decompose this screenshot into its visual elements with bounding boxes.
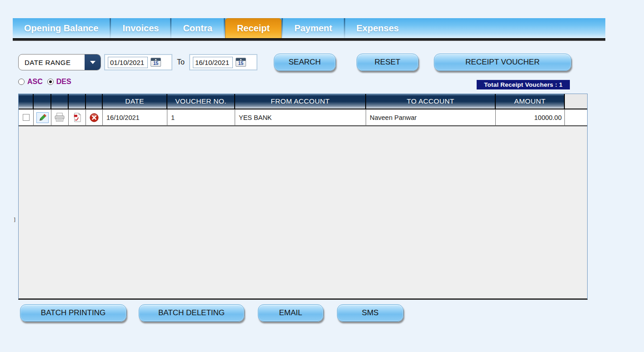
pdf-button[interactable] [73,113,81,122]
table-row: 16/10/2021 1 YES BANK Naveen Panwar 1000… [19,109,587,126]
row-select-cell [19,109,34,126]
pencil-icon [38,113,47,122]
receipt-voucher-button[interactable]: RECEIPT VOUCHER [434,54,571,71]
delete-button[interactable] [90,113,99,122]
batch-printing-button[interactable]: BATCH PRINTING [20,304,126,322]
asc-label: ASC [27,78,43,86]
header-checkbox-col [19,94,34,109]
tab-label: Opening Balance [24,23,98,34]
row-spacer [565,109,587,126]
tab-label: Receipt [237,23,270,34]
header-edit-col [34,94,51,109]
reset-button[interactable]: RESET [357,54,418,71]
des-radio[interactable] [47,79,54,85]
from-date-input[interactable] [108,57,148,68]
row-date: 16/10/2021 [103,109,167,126]
tab-opening-balance[interactable]: Opening Balance [13,18,110,38]
asc-radio[interactable] [18,79,25,85]
delete-icon [90,113,99,122]
to-label: To [177,58,185,66]
chevron-down-icon[interactable] [85,55,101,70]
to-date-box: 15 [189,54,257,70]
search-button[interactable]: SEARCH [274,54,336,71]
date-range-dropdown-label: DATE RANGE [25,59,70,66]
header-print-col [51,94,69,109]
print-button[interactable] [54,113,65,122]
tab-contra[interactable]: Contra [171,18,223,38]
row-print-cell [51,109,69,126]
tab-label: Expenses [357,23,399,34]
tab-payment[interactable]: Payment [283,18,343,38]
header-delete-col [86,94,103,109]
row-pdf-cell [69,109,86,126]
pdf-icon [73,113,81,122]
row-edit-cell [34,109,51,126]
header-from-account: FROM ACCOUNT [235,94,366,109]
header-spacer [565,94,587,109]
tab-receipt[interactable]: Receipt [225,18,282,38]
tab-bar: Opening Balance Invoices Contra Receipt … [13,18,605,38]
row-delete-cell [86,109,103,126]
header-to-account: TO ACCOUNT [366,94,496,109]
row-from-account: YES BANK [235,109,366,126]
row-amount: 10000.00 [496,109,565,126]
des-label: DES [56,78,71,86]
tab-invoices[interactable]: Invoices [111,18,170,38]
header-voucher-no: VOUCHER NO. [167,94,235,109]
stray-character: ] [13,217,16,223]
email-button[interactable]: EMAIL [258,304,323,322]
row-voucher-no: 1 [167,109,235,126]
calendar-icon[interactable]: 15 [151,58,161,67]
header-amount: AMOUNT [496,94,565,109]
to-date-input[interactable] [193,57,233,68]
filter-bar: DATE RANGE 15 To 15 SEARCH RESET RECEIPT… [18,53,571,72]
header-pdf-col [69,94,86,109]
row-checkbox[interactable] [23,114,30,121]
tab-expenses[interactable]: Expenses [345,18,410,38]
sms-button[interactable]: SMS [337,304,403,322]
tab-label: Payment [294,23,332,34]
table-header-row: DATE VOUCHER NO. FROM ACCOUNT TO ACCOUNT… [19,94,587,109]
row-to-account: Naveen Panwar [366,109,496,126]
tab-label: Invoices [122,23,159,34]
edit-button[interactable] [36,112,49,123]
header-date: DATE [103,94,167,109]
receipt-voucher-page: Opening Balance Invoices Contra Receipt … [0,0,644,352]
sort-controls: ASC DES [18,78,76,86]
vouchers-table: DATE VOUCHER NO. FROM ACCOUNT TO ACCOUNT… [18,94,588,300]
calendar-icon[interactable]: 15 [236,58,246,67]
batch-deleting-button[interactable]: BATCH DELETING [139,304,244,322]
from-date-box: 15 [104,54,172,70]
total-vouchers-badge: Total Receipt Vouchers : 1 [477,80,570,89]
tab-label: Contra [183,23,212,34]
printer-icon [54,113,65,122]
date-range-dropdown[interactable]: DATE RANGE [18,54,101,70]
bottom-action-bar: BATCH PRINTING BATCH DELETING EMAIL SMS [20,304,403,322]
